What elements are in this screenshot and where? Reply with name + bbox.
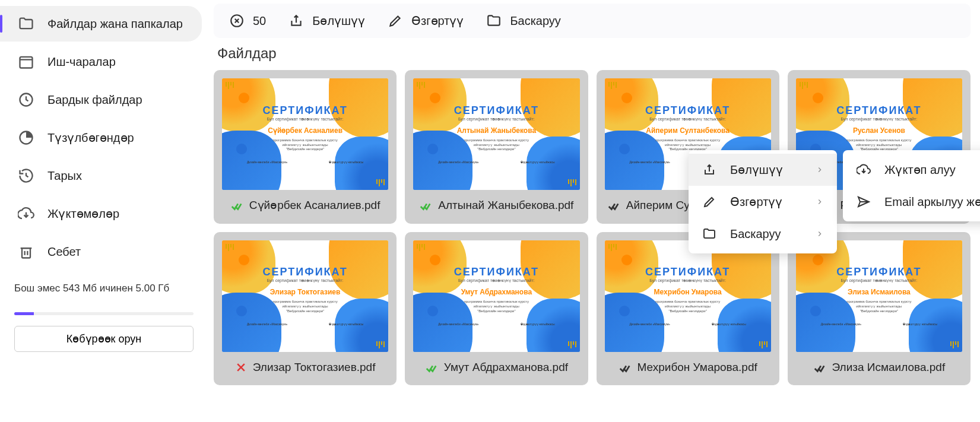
- status-icon: [607, 199, 620, 212]
- folder-icon: [18, 15, 34, 32]
- edit-label: Өзгөртүү: [411, 14, 464, 28]
- file-name: Сүйөрбек Асаналиев.pdf: [249, 198, 380, 213]
- file-name: Алтынай Жаныбекова.pdf: [438, 198, 573, 213]
- sidebar-item-label: Жүктөмөлөр: [47, 206, 119, 221]
- file-thumbnail: СЕРТИФИКАТ Бул сертификат төмөнкүнү таст…: [222, 240, 388, 352]
- share-icon: [702, 162, 717, 177]
- pencil-icon: [388, 13, 403, 28]
- context-menu: Бөлүшүү Өзгөртүү Баскаруу: [689, 150, 837, 253]
- ctx-share[interactable]: Бөлүшүү: [689, 154, 837, 186]
- file-thumbnail: СЕРТИФИКАТ Бул сертификат төмөнкүнү таст…: [413, 78, 579, 190]
- selection-count: 50: [253, 14, 266, 28]
- sidebar-item-label: Файлдар жана папкалар: [47, 16, 183, 31]
- selection-toolbar: 50 Бөлүшүү Өзгөртүү Баскаруу: [214, 4, 971, 38]
- file-thumbnail: СЕРТИФИКАТ Бул сертификат төмөнкүнү таст…: [796, 240, 962, 352]
- status-icon: [619, 361, 632, 375]
- chevron-right-icon: [816, 230, 824, 238]
- close-circle-icon: [229, 13, 245, 28]
- status-icon: [235, 361, 247, 373]
- sidebar-item-label: Иш-чаралар: [47, 54, 116, 69]
- sidebar-item-downloads[interactable]: Жүктөмөлөр: [0, 196, 202, 231]
- file-card[interactable]: СЕРТИФИКАТ Бул сертификат төмөнкүнү таст…: [214, 232, 397, 386]
- history-icon: [18, 167, 34, 184]
- file-caption: Алтынай Жаныбекова.pdf: [419, 198, 573, 213]
- download-icon: [18, 205, 34, 222]
- status-icon: [813, 361, 826, 375]
- file-thumbnail: СЕРТИФИКАТ Бул сертификат төмөнкүнү таст…: [605, 240, 771, 352]
- file-thumbnail: СЕРТИФИКАТ Бул сертификат төмөнкүнү таст…: [413, 240, 579, 352]
- manage-label: Баскаруу: [510, 14, 560, 28]
- svg-rect-4: [22, 248, 30, 258]
- storage-text: Бош эмес 543 Мб ичинен 5.00 Гб: [0, 283, 208, 294]
- file-card[interactable]: СЕРТИФИКАТ Бул сертификат төмөнкүнү таст…: [788, 232, 971, 386]
- chevron-right-icon: [816, 198, 824, 206]
- file-caption: Элиза Исмаилова.pdf: [813, 360, 946, 375]
- svg-rect-0: [20, 57, 33, 68]
- file-name: Элизар Токтогазиев.pdf: [253, 360, 376, 375]
- file-name: Мехрибон Умарова.pdf: [638, 360, 757, 375]
- more-space-button[interactable]: Көбүрөөк орун: [14, 326, 194, 352]
- sidebar: Файлдар жана папкалар Иш-чаралар Бардык …: [0, 0, 208, 422]
- file-card[interactable]: СЕРТИФИКАТ Бул сертификат төмөнкүнү таст…: [214, 70, 397, 224]
- file-caption: Сүйөрбек Асаналиев.pdf: [230, 198, 380, 213]
- sidebar-item-label: Түзүлбөгөндөр: [47, 130, 134, 145]
- main-content: 50 Бөлүшүү Өзгөртүү Баскаруу: [208, 0, 980, 422]
- file-thumbnail: СЕРТИФИКАТ Бул сертификат төмөнкүнү таст…: [222, 78, 388, 190]
- share-submenu: Жүктөп алуу Email аркылуу жөнөтүү: [843, 150, 980, 221]
- file-caption: Умут Абдрахманова.pdf: [425, 360, 568, 375]
- ctx-manage-label: Баскаруу: [730, 227, 781, 241]
- ctx-manage[interactable]: Баскаруу: [689, 218, 837, 250]
- file-card[interactable]: СЕРТИФИКАТ Бул сертификат төмөнкүнү таст…: [405, 70, 588, 224]
- file-name: Элиза Исмаилова.pdf: [832, 360, 946, 375]
- storage-bar: [14, 312, 194, 315]
- file-card[interactable]: СЕРТИФИКАТ Бул сертификат төмөнкүнү таст…: [405, 232, 588, 386]
- submenu-email-label: Email аркылуу жөнөтүү: [884, 195, 980, 209]
- sidebar-item-files-folders[interactable]: Файлдар жана папкалар: [0, 6, 202, 42]
- chevron-right-icon: [816, 166, 824, 174]
- share-button[interactable]: Бөлүшүү: [286, 9, 367, 32]
- file-caption: Элизар Токтогазиев.pdf: [235, 360, 376, 375]
- submenu-email[interactable]: Email аркылуу жөнөтүү: [843, 186, 980, 218]
- sidebar-item-history[interactable]: Тарых: [0, 158, 202, 193]
- share-icon: [288, 13, 304, 28]
- section-title: Файлдар: [217, 45, 971, 62]
- sidebar-item-label: Бардык файлдар: [47, 92, 142, 107]
- share-label: Бөлүшүү: [312, 14, 365, 28]
- folder-icon: [486, 13, 502, 28]
- file-grid: СЕРТИФИКАТ Бул сертификат төмөнкүнү таст…: [214, 70, 971, 385]
- pencil-icon: [702, 194, 717, 210]
- chart-icon: [18, 129, 34, 146]
- status-icon: [425, 361, 438, 375]
- sidebar-item-trash[interactable]: Себет: [0, 234, 202, 269]
- calendar-icon: [18, 53, 34, 70]
- trash-icon: [18, 243, 34, 260]
- sidebar-item-activities[interactable]: Иш-чаралар: [0, 44, 202, 80]
- clock-icon: [18, 91, 34, 108]
- sidebar-item-label: Себет: [47, 244, 81, 259]
- file-caption: Мехрибон Умарова.pdf: [619, 360, 757, 375]
- file-name: Умут Абдрахманова.pdf: [444, 360, 568, 375]
- download-cloud-icon: [856, 162, 871, 177]
- submenu-download[interactable]: Жүктөп алуу: [843, 154, 980, 186]
- file-card[interactable]: СЕРТИФИКАТ Бул сертификат төмөнкүнү таст…: [597, 232, 779, 386]
- status-icon: [419, 199, 432, 212]
- submenu-download-label: Жүктөп алуу: [884, 163, 956, 177]
- folder-icon: [702, 226, 717, 242]
- sidebar-item-label: Тарых: [47, 168, 82, 183]
- sidebar-item-not-created[interactable]: Түзүлбөгөндөр: [0, 120, 202, 156]
- ctx-share-label: Бөлүшүү: [730, 163, 783, 177]
- ctx-edit-label: Өзгөртүү: [730, 195, 782, 209]
- send-icon: [856, 194, 871, 210]
- manage-button[interactable]: Баскаруу: [484, 9, 563, 32]
- clear-selection-button[interactable]: 50: [227, 9, 268, 32]
- status-icon: [230, 199, 243, 212]
- ctx-edit[interactable]: Өзгөртүү: [689, 186, 837, 218]
- edit-button[interactable]: Өзгөртүү: [385, 9, 466, 32]
- sidebar-item-all-files[interactable]: Бардык файлдар: [0, 82, 202, 118]
